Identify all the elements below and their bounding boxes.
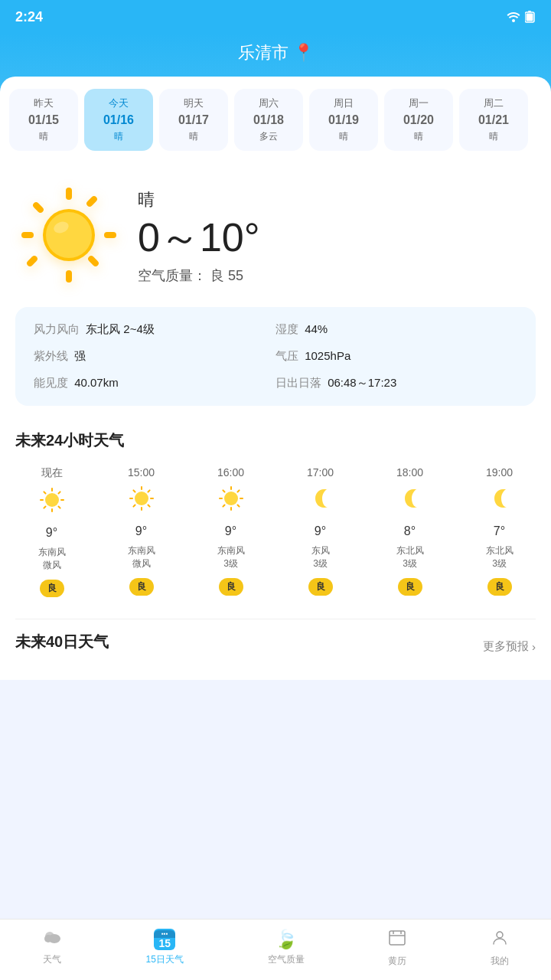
- uv-value: 强: [74, 349, 86, 362]
- almanac-icon: [388, 929, 406, 947]
- wind-label: 风力风向: [34, 322, 80, 335]
- hourly-item-2: 16:00 9° 东南风3级 良: [194, 466, 267, 597]
- svg-rect-2: [528, 11, 531, 12]
- humidity-detail: 湿度 44%: [276, 322, 517, 337]
- wind-value: 东北风 2~4级: [86, 322, 155, 335]
- svg-rect-38: [230, 507, 232, 511]
- temperature-range: 0～10°: [138, 217, 536, 257]
- status-icons: [507, 11, 536, 23]
- profile-icon: [491, 929, 509, 947]
- header: 乐清市 📍 昨天 01/15 晴 今天 01/16 晴 明天 01/17 晴 周…: [0, 34, 551, 163]
- svg-rect-39: [221, 504, 225, 508]
- air-quality: 空气质量： 良 55: [138, 266, 536, 285]
- svg-point-44: [44, 935, 52, 942]
- day-item-5[interactable]: 周一 01/20 晴: [384, 89, 453, 151]
- forecast-40-section[interactable]: 未来40日天气 更多预报 ›: [15, 619, 536, 680]
- calendar-icon: ▪▪▪ 15: [154, 929, 175, 950]
- day-item-0[interactable]: 昨天 01/15 晴: [9, 89, 78, 151]
- svg-rect-27: [150, 498, 154, 499]
- wifi-icon: [507, 11, 520, 22]
- nav-item-weather[interactable]: 天气: [30, 926, 74, 971]
- forecast-40-header: 未来40日天气 更多预报 ›: [15, 626, 536, 668]
- svg-rect-9: [86, 195, 99, 208]
- almanac-nav-icon: [388, 929, 406, 952]
- humidity-value: 44%: [305, 322, 328, 335]
- more-forecast-button[interactable]: 更多预报 ›: [483, 639, 536, 654]
- svg-rect-3: [527, 14, 533, 21]
- svg-rect-34: [230, 486, 232, 490]
- detail-row-wind-humidity: 风力风向 东北风 2~4级 湿度 44%: [34, 322, 517, 337]
- svg-rect-17: [57, 491, 61, 495]
- visibility-detail: 能见度 40.07km: [34, 376, 276, 390]
- svg-rect-4: [66, 188, 72, 200]
- day-item-6[interactable]: 周二 01/21 晴: [459, 89, 528, 151]
- forecast-40-title: 未来40日天气: [15, 626, 109, 652]
- chevron-right-icon: ›: [532, 640, 536, 653]
- svg-rect-41: [221, 489, 225, 493]
- sun-animation: [15, 181, 122, 292]
- main-content: 晴 0～10° 空气质量： 良 55 风力风向 东北风 2~4级 湿度 44% …: [0, 163, 551, 680]
- weather-info: 晴 0～10° 空气质量： 良 55: [138, 188, 536, 285]
- svg-rect-21: [42, 505, 46, 509]
- svg-rect-19: [57, 505, 61, 509]
- visibility-value: 40.07km: [74, 376, 119, 389]
- bottom-nav: 天气 ▪▪▪ 15 15日天气 🍃 空气质量 黄历 我的: [0, 919, 551, 980]
- svg-point-13: [46, 212, 92, 258]
- svg-rect-10: [26, 255, 39, 268]
- svg-rect-37: [236, 504, 240, 508]
- svg-point-24: [135, 492, 148, 505]
- status-bar: 2:24: [0, 0, 551, 34]
- svg-rect-40: [219, 498, 223, 499]
- more-forecast-label: 更多预报: [483, 639, 529, 654]
- sunrise-detail: 日出日落 06:48～17:23: [276, 376, 517, 390]
- hourly-title: 未来24小时天气: [15, 424, 536, 451]
- day-selector: 昨天 01/15 晴 今天 01/16 晴 明天 01/17 晴 周六 01/1…: [0, 77, 551, 163]
- air-nav-icon: 🍃: [275, 929, 298, 950]
- svg-rect-23: [42, 491, 46, 495]
- air-quality-label: 空气质量：: [138, 268, 207, 283]
- svg-rect-8: [32, 201, 45, 214]
- air-quality-value: 良 55: [210, 268, 243, 283]
- sun-icon: [15, 181, 122, 289]
- nav-item-almanac[interactable]: 黄历: [376, 926, 419, 971]
- hourly-item-0: 现在 9° 东南风微风 良: [15, 466, 88, 597]
- nav-label-almanac: 黄历: [388, 955, 406, 968]
- city-name: 乐清市: [238, 41, 289, 64]
- hourly-section: 未来24小时天气 现在 9° 东南风微风 良 15:00 9° 东南风微风 良 …: [15, 424, 536, 612]
- nav-label-mine: 我的: [491, 955, 509, 968]
- current-weather: 晴 0～10° 空气质量： 良 55: [15, 163, 536, 307]
- sunrise-label: 日出日落: [276, 376, 321, 389]
- svg-rect-7: [104, 232, 116, 238]
- svg-rect-20: [51, 508, 53, 512]
- day-item-4[interactable]: 周日 01/19 晴: [309, 89, 378, 151]
- svg-rect-30: [132, 504, 135, 508]
- nav-label-air: 空气质量: [268, 953, 305, 966]
- svg-point-15: [45, 493, 59, 507]
- battery-icon: [525, 11, 536, 23]
- weather-nav-icon: [42, 929, 62, 950]
- svg-rect-11: [87, 255, 100, 268]
- nav-item-air[interactable]: 🍃 空气质量: [256, 926, 317, 971]
- weather-description: 晴: [138, 188, 536, 211]
- pressure-value: 1025hPa: [305, 349, 350, 362]
- svg-rect-22: [40, 499, 44, 501]
- hourly-item-3: 17:00 9° 东风3级 良: [284, 466, 357, 597]
- uv-label: 紫外线: [34, 349, 68, 362]
- pressure-label: 气压: [276, 349, 298, 362]
- svg-rect-26: [147, 489, 151, 493]
- hourly-item-5: 19:00 7° 东北风3级 良: [463, 466, 536, 597]
- day-item-2[interactable]: 明天 01/17 晴: [159, 89, 228, 151]
- svg-rect-45: [390, 931, 405, 945]
- day-item-3[interactable]: 周六 01/18 多云: [234, 89, 303, 151]
- svg-rect-25: [141, 486, 142, 490]
- sunrise-value: 06:48～17:23: [328, 376, 396, 389]
- day-item-1[interactable]: 今天 01/16 晴: [84, 89, 153, 151]
- nav-item-15day[interactable]: ▪▪▪ 15 15日天气: [134, 926, 196, 971]
- svg-rect-18: [60, 499, 64, 501]
- nav-label-15day: 15日天气: [146, 953, 184, 966]
- svg-rect-31: [129, 498, 133, 499]
- detail-row-uv-pressure: 紫外线 强 气压 1025hPa: [34, 349, 517, 364]
- nav-item-mine[interactable]: 我的: [478, 926, 521, 971]
- status-time: 2:24: [15, 9, 43, 25]
- svg-point-33: [224, 492, 238, 505]
